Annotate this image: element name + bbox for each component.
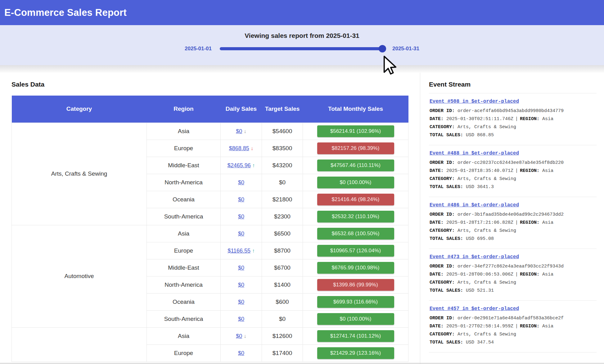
event-detail-line: TOTAL SALES: USD 521.31 <box>430 287 595 295</box>
monthly-sales-cell: $47567.46 (110.11%) <box>303 157 408 174</box>
daily-sales-cell: $0↓ <box>221 327 262 344</box>
daily-sales-cell: $0 <box>221 293 262 310</box>
region-cell: Middle-East <box>147 259 221 276</box>
daily-sales-link[interactable]: $0 <box>238 196 244 203</box>
event-title-link[interactable]: Event #473 in $et-order-placed <box>430 254 519 260</box>
region-cell: Europe <box>147 344 221 362</box>
monthly-sales-cell: $82157.26 (98.39%) <box>303 140 408 157</box>
event-detail-line: CATEGORY: Arts, Crafts & Sewing <box>430 227 595 235</box>
app-header: E-Commerce Sales Report <box>0 0 604 25</box>
date-slider-section: Viewing sales report from 2025-01-31 202… <box>0 25 604 65</box>
event-detail-line: CATEGORY: Arts, Crafts & Sewing <box>430 123 595 131</box>
region-cell: Middle-East <box>147 157 221 174</box>
target-sales-cell: $17400 <box>262 344 303 362</box>
region-cell: North-America <box>147 276 221 293</box>
monthly-sales-badge: $56214.91 (102.96%) <box>317 125 394 137</box>
main-area: Sales Data CategoryRegionDaily SalesTarg… <box>0 73 604 364</box>
event-detail-line: TOTAL SALES: USD 695.08 <box>430 235 595 243</box>
region-cell: Oceania <box>147 191 221 208</box>
monthly-sales-cell: $1399.86 (99.99%) <box>303 276 408 293</box>
monthly-sales-badge: $6765.99 (100.98%) <box>317 262 394 274</box>
daily-sales-link[interactable]: $0 <box>236 128 242 134</box>
region-cell: Asia <box>147 225 221 242</box>
event-title-link[interactable]: Event #486 in $et-order-placed <box>430 202 519 208</box>
event-title-link[interactable]: Event #457 in $et-order-placed <box>430 306 519 312</box>
table-row: Arts, Crafts & SewingAsia$0↓$54600$56214… <box>12 123 408 140</box>
event-detail-line: ORDER ID: order-34ef277c862e4a3eaaf903cc… <box>430 263 595 271</box>
event-title-link[interactable]: Event #488 in $et-order-placed <box>430 151 519 156</box>
target-sales-cell: $12600 <box>262 327 303 344</box>
event-card: Event #508 in $et-order-placedORDER ID: … <box>429 93 597 145</box>
column-header-category: Category <box>12 96 147 123</box>
monthly-sales-badge: $0 (100.00%) <box>317 177 394 188</box>
column-header-region: Region <box>147 96 221 123</box>
region-cell: Europe <box>147 140 221 157</box>
daily-sales-link[interactable]: $0 <box>238 231 244 237</box>
trend-up-icon: ↑ <box>252 163 255 169</box>
event-detail-line: DATE: 2025-01-27T02:58:14.959Z|REGION: A… <box>430 322 595 330</box>
daily-sales-link[interactable]: $0 <box>238 213 244 220</box>
target-sales-cell: $1400 <box>262 276 303 293</box>
event-card: Event #457 in $et-order-placedORDER ID: … <box>429 301 597 353</box>
monthly-sales-cell: $6532.68 (100.50%) <box>303 225 408 242</box>
monthly-sales-badge: $2532.32 (110.10%) <box>317 211 394 222</box>
daily-sales-link[interactable]: $0 <box>238 350 244 356</box>
daily-sales-cell: $0 <box>221 276 262 293</box>
event-detail-line: DATE: 2025-01-30T02:51:11.746Z|REGION: A… <box>430 115 595 123</box>
daily-sales-link[interactable]: $0 <box>238 282 244 288</box>
event-stream-panel: Event Stream Event #508 in $et-order-pla… <box>420 73 604 364</box>
daily-sales-cell: $0 <box>221 191 262 208</box>
region-cell: Asia <box>147 123 221 140</box>
sales-data-section: Sales Data CategoryRegionDaily SalesTarg… <box>0 73 420 364</box>
slider-thumb[interactable] <box>379 45 386 52</box>
target-sales-cell: $21800 <box>262 191 303 208</box>
trend-down-icon: ↓ <box>244 128 246 134</box>
target-sales-cell: $43200 <box>262 157 303 174</box>
target-sales-cell: $0 <box>262 174 303 191</box>
slider-title: Viewing sales report from 2025-01-31 <box>0 25 604 39</box>
monthly-sales-badge: $699.93 (116.66%) <box>317 296 394 308</box>
daily-sales-link[interactable]: $0 <box>238 265 244 271</box>
daily-sales-cell: $868.85↓ <box>221 140 262 157</box>
daily-sales-cell: $0 <box>221 344 262 362</box>
window-bottom-edge <box>0 363 604 364</box>
date-range-slider[interactable] <box>220 47 384 50</box>
daily-sales-cell: $0 <box>221 225 262 242</box>
daily-sales-link[interactable]: $0 <box>236 333 242 339</box>
section-divider <box>0 65 604 73</box>
daily-sales-link[interactable]: $868.85 <box>229 145 249 151</box>
target-sales-cell: $6500 <box>262 225 303 242</box>
table-row: AutomotiveAsia$0$6500$6532.68 (100.50%) <box>12 225 408 242</box>
event-detail-line: ORDER ID: order-0e2961e71a6e484abfadf583… <box>430 314 595 322</box>
monthly-sales-cell: $0 (100.00%) <box>303 310 408 327</box>
event-detail-line: DATE: 2025-01-28T00:06:53.006Z|REGION: A… <box>430 271 595 279</box>
event-card: Event #488 in $et-order-placedORDER ID: … <box>429 145 597 197</box>
daily-sales-link[interactable]: $0 <box>238 179 244 186</box>
sales-table: CategoryRegionDaily SalesTarget SalesTot… <box>11 96 408 362</box>
daily-sales-link[interactable]: $2465.96 <box>228 162 251 169</box>
region-cell: Europe <box>147 242 221 259</box>
event-detail-line: DATE: 2025-01-28T18:35:40.071Z|REGION: A… <box>430 167 595 175</box>
daily-sales-link[interactable]: $1166.55 <box>228 248 250 254</box>
page-title: E-Commerce Sales Report <box>4 7 127 18</box>
target-sales-cell: $2300 <box>262 208 303 225</box>
monthly-sales-badge: $6532.68 (100.50%) <box>317 228 394 240</box>
daily-sales-link[interactable]: $0 <box>238 316 244 322</box>
monthly-sales-badge: $0 (100.00%) <box>317 313 394 325</box>
event-card: Event #486 in $et-order-placedORDER ID: … <box>429 197 597 249</box>
monthly-sales-cell: $699.93 (116.66%) <box>303 293 408 310</box>
daily-sales-cell: $1166.55↑ <box>221 242 262 259</box>
category-cell: Automotive <box>12 225 147 327</box>
daily-sales-link[interactable]: $0 <box>238 299 244 305</box>
category-cell: Arts, Crafts & Sewing <box>12 123 147 225</box>
column-header-daily-sales: Daily Sales <box>221 96 262 123</box>
event-detail-line: CATEGORY: Arts, Crafts & Sewing <box>430 279 595 287</box>
monthly-sales-badge: $12741.74 (101.12%) <box>317 330 394 342</box>
monthly-sales-cell: $21416.46 (98.24%) <box>303 191 408 208</box>
event-title-link[interactable]: Event #508 in $et-order-placed <box>430 99 519 104</box>
event-detail-line: CATEGORY: Arts, Crafts & Sewing <box>430 330 595 339</box>
monthly-sales-cell: $0 (100.00%) <box>303 174 408 191</box>
target-sales-cell: $54600 <box>262 123 303 140</box>
category-cell <box>12 327 147 362</box>
monthly-sales-cell: $56214.91 (102.96%) <box>303 123 408 140</box>
